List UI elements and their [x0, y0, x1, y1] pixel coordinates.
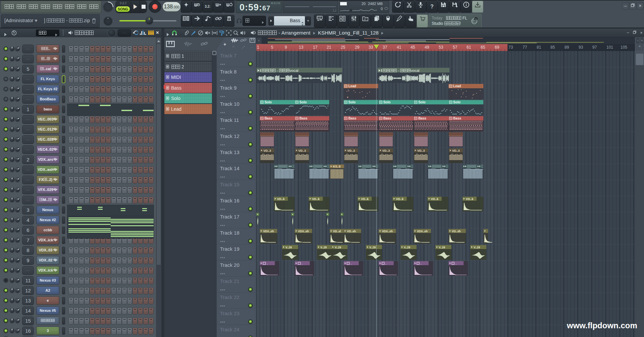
svg-text:VDX..sh: VDX..sh: [298, 230, 309, 233]
svg-text:Bass: Bass: [300, 116, 308, 120]
svg-text:..: ..: [266, 262, 268, 265]
svg-text:Solo: Solo: [418, 100, 426, 104]
svg-text:1: 1: [475, 18, 477, 20]
svg-text:VD..k: VD..k: [312, 197, 320, 201]
svg-text:VD..sh: VD..sh: [452, 230, 461, 233]
svg-text:..: ..: [455, 262, 457, 265]
svg-text:V..29: V..29: [474, 246, 480, 249]
svg-text:Solo: Solo: [300, 100, 307, 104]
svg-text:Lead: Lead: [348, 84, 356, 88]
svg-text:VD..k: VD..k: [277, 197, 285, 201]
svg-text:V..29: V..29: [285, 246, 292, 249]
svg-text:V..29: V..29: [335, 246, 341, 249]
svg-text:Bass: Bass: [453, 116, 461, 120]
svg-text:..: ..: [420, 262, 422, 265]
svg-text:Solo: Solo: [348, 100, 356, 104]
svg-text:..: ..: [385, 262, 387, 265]
svg-text:V..29: V..29: [439, 246, 445, 249]
svg-text:VD..3: VD..3: [263, 149, 271, 152]
svg-text:Bass: Bass: [418, 116, 426, 120]
svg-text:Solo: Solo: [453, 100, 461, 104]
svg-text:Bass: Bass: [264, 116, 272, 120]
svg-text:VD..3: VD..3: [382, 149, 390, 152]
svg-text:VD..3: VD..3: [299, 149, 306, 152]
svg-text:Solo: Solo: [264, 100, 272, 104]
svg-text:VD..sh: VD..sh: [347, 230, 356, 233]
svg-text:VD..k: VD..k: [466, 197, 474, 201]
svg-text:Bass: Bass: [348, 116, 357, 120]
svg-text:..: ..: [302, 262, 303, 265]
svg-text:Bass: Bass: [383, 116, 391, 120]
svg-text:V..29: V..29: [404, 246, 410, 249]
svg-text:Solo: Solo: [383, 100, 391, 104]
svg-text:VD..k: VD..k: [396, 197, 404, 201]
svg-text:VD..k: VD..k: [431, 197, 439, 201]
svg-text:VDX..sh: VDX..sh: [417, 230, 428, 233]
svg-text:VDX..sh: VDX..sh: [382, 230, 393, 233]
svg-text:VDX..sh: VDX..sh: [263, 230, 274, 233]
svg-text:KS..8: KS..8: [333, 165, 341, 168]
svg-text:VD..k: VD..k: [361, 197, 369, 201]
svg-text:VD..3: VD..3: [417, 149, 425, 152]
svg-text:..: ..: [351, 262, 352, 265]
svg-text:VD..3: VD..3: [452, 149, 460, 152]
svg-text:Lead: Lead: [453, 84, 461, 88]
svg-text:VD..sl: VD..sl: [333, 230, 341, 233]
svg-text:V..29: V..29: [320, 246, 327, 249]
svg-text:VD..3: VD..3: [347, 149, 355, 152]
svg-text:V..29: V..29: [369, 246, 376, 249]
